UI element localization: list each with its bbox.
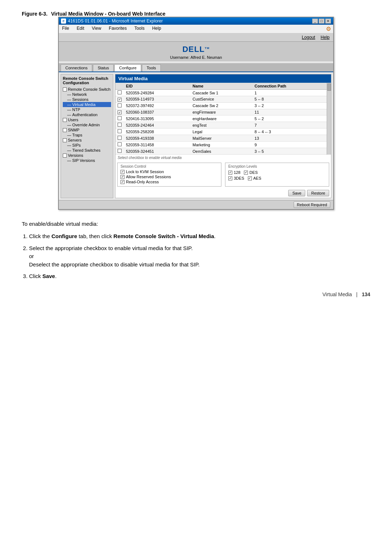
sidebar-item-users[interactable]: Users [63, 117, 111, 122]
tab-configure[interactable]: Configure [114, 64, 141, 72]
tab-status[interactable]: Status [93, 64, 114, 72]
row-checkbox-0[interactable] [118, 90, 122, 94]
enc-des-checkbox[interactable] [244, 171, 248, 175]
enc-aes-label: AES [253, 176, 261, 180]
table-row: 520359-249284Cascade Sw 11 [115, 90, 327, 96]
sidebar-item-traps[interactable]: — Traps [63, 132, 111, 138]
sidebar-item-sip-versions[interactable]: — SIP Versions [63, 158, 111, 163]
row-path-6: 8 -- 4 -- 3 [252, 128, 327, 135]
table-row: 520360-108337engFirmware11 [115, 109, 327, 115]
scrollbar[interactable] [327, 83, 331, 155]
sidebar: Remote Console SwitchConfiguration Remot… [61, 74, 113, 198]
row-checkbox-2[interactable] [118, 103, 122, 107]
menu-file[interactable]: File [61, 25, 70, 32]
sidebar-item-sessions[interactable]: — Sessions [63, 97, 111, 102]
sidebar-label-traps: Traps [72, 133, 82, 137]
row-checkbox-8[interactable] [118, 142, 122, 146]
app-header: Logout Help [59, 33, 333, 42]
sidebar-label-sips: SIPs [72, 143, 81, 147]
table-row: 520359-114973CustService5 -- 8 [115, 96, 327, 103]
maximize-button[interactable]: □ [319, 19, 324, 24]
bottom-controls: Session Control Lock to KVM Session Allo… [115, 161, 331, 188]
row-path-3: 11 [252, 109, 327, 115]
row-name-7: MailServer [190, 135, 252, 142]
sidebar-item-override[interactable]: — Override Admin [63, 122, 111, 127]
save-button[interactable]: Save [288, 190, 305, 196]
allow-reserved-label: Allow Reserved Sessions [126, 175, 171, 179]
minimize-button[interactable]: _ [312, 19, 318, 24]
logo-area: DELLTM Username: Alfred E. Neuman [59, 42, 333, 61]
step-1: Click the Configure tab, then click Remo… [29, 232, 370, 241]
sidebar-label-sip-versions: SIP Versions [72, 158, 95, 163]
row-name-1: CustService [190, 96, 252, 103]
sidebar-item-snmp[interactable]: SNMP [63, 127, 111, 132]
menu-edit[interactable]: Edit [75, 25, 85, 32]
row-checkbox-6[interactable] [118, 129, 122, 133]
row-name-6: Legal [190, 128, 252, 135]
sidebar-label-auth: Authentication [72, 113, 98, 117]
encryption-title: Encryption Levels [228, 164, 326, 168]
sidebar-item-auth[interactable]: — Authentication [63, 112, 111, 117]
steps-list: Click the Configure tab, then click Remo… [22, 232, 370, 281]
row-name-2: Cascade Sw 2 [190, 102, 252, 109]
enc-128-label: 128 [234, 170, 240, 175]
sidebar-header: Remote Console SwitchConfiguration [63, 76, 111, 85]
menu-favorites[interactable]: Favorites [108, 25, 128, 32]
username-area: Username: Alfred E. Neuman [170, 55, 222, 60]
enc-128-checkbox[interactable] [228, 171, 232, 175]
readonly-checkbox[interactable] [121, 180, 124, 184]
restore-button[interactable]: Restore [307, 190, 329, 196]
sidebar-item-servers[interactable]: Servers [63, 138, 111, 143]
row-checkbox-4[interactable] [118, 116, 122, 120]
enc-3des-checkbox[interactable] [228, 176, 232, 180]
allow-reserved-checkbox[interactable] [121, 175, 124, 179]
panel-title: Virtual Media [115, 74, 331, 83]
menu-help[interactable]: Help [151, 25, 162, 32]
browser-titlebar: e 4161DS 01.01.06.01 - Microsoft Interne… [59, 17, 333, 25]
sidebar-label-tiered: Tiered Switches [72, 148, 101, 152]
sidebar-item-ntp[interactable]: — NTP [63, 107, 111, 112]
row-checkbox-9[interactable] [118, 149, 122, 153]
scrollbar-thumb[interactable] [327, 83, 331, 91]
sidebar-label-network: Network [72, 92, 87, 97]
enc-3des-row: 3DES [228, 176, 244, 180]
row-checkbox-5[interactable] [118, 123, 122, 127]
menu-tools[interactable]: Tools [133, 25, 146, 32]
tab-connections[interactable]: Connections [61, 64, 92, 72]
enc-aes-row: AES [248, 176, 261, 180]
lock-kvm-checkbox[interactable] [121, 170, 124, 174]
logout-link[interactable]: Logout [302, 35, 315, 40]
row-checkbox-3[interactable] [118, 110, 122, 114]
row-name-0: Cascade Sw 1 [190, 90, 252, 96]
sidebar-label-override: Override Admin [72, 123, 100, 127]
nav-tabs: Connections Status Configure Tools [59, 63, 333, 72]
row-checkbox-7[interactable] [118, 136, 122, 140]
sidebar-item-virtual-media[interactable]: — Virtual Media [63, 102, 111, 107]
row-eid-3: 520360-108337 [124, 109, 190, 115]
sidebar-item-tiered[interactable]: — Tiered Switches [63, 148, 111, 153]
sidebar-item-rcs[interactable]: Remote Console Switch [63, 87, 111, 92]
row-eid-9: 520359-324451 [124, 148, 190, 155]
close-button[interactable]: ✕ [325, 19, 331, 24]
sidebar-label-servers: Servers [68, 138, 82, 142]
row-eid-1: 520359-114973 [124, 96, 190, 103]
row-checkbox-1[interactable] [118, 98, 122, 102]
menu-view[interactable]: View [91, 25, 102, 32]
tab-tools[interactable]: Tools [142, 64, 161, 72]
row-path-0: 1 [252, 90, 327, 96]
enc-aes-checkbox[interactable] [248, 176, 252, 180]
sidebar-item-network[interactable]: — Network [63, 92, 111, 97]
table-row: 520359-242464engTest7 [115, 122, 327, 128]
help-link[interactable]: Help [320, 35, 330, 40]
sidebar-item-sips[interactable]: — SIPs [63, 143, 111, 148]
sidebar-label-ntp: NTP [72, 107, 80, 112]
page-number-value: 134 [362, 291, 370, 297]
row-path-7: 13 [252, 135, 327, 142]
sidebar-label-users: Users [68, 118, 78, 122]
reboot-required-button[interactable]: Reboot Required [294, 201, 330, 208]
sidebar-checkbox-rcs [63, 87, 67, 91]
row-eid-0: 520359-249284 [124, 90, 190, 96]
row-eid-2: 520372-397492 [124, 102, 190, 109]
sidebar-item-versions[interactable]: Versions [63, 153, 111, 158]
select-hint: Select checkbox to enable virtual media [115, 155, 331, 161]
